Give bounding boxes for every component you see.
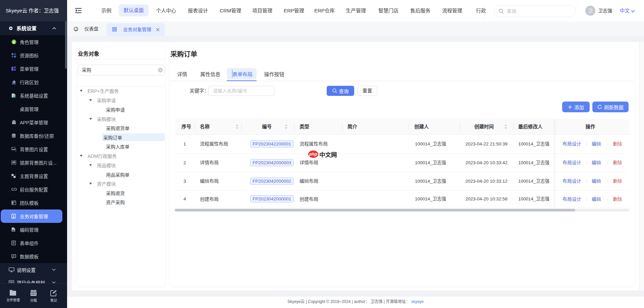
svg-text:w: w: [12, 230, 14, 232]
